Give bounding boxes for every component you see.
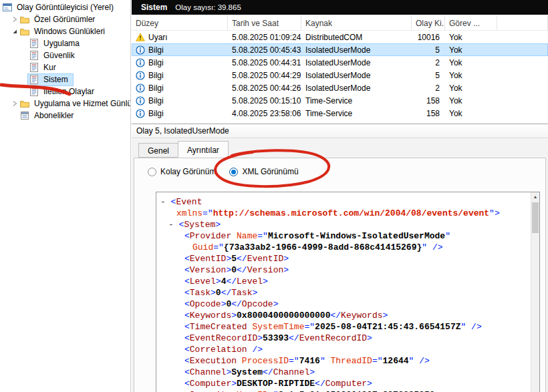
sidebar-item-label: Uygulama ve Hizmet Günlükleri (32, 98, 131, 109)
xml-line: <Channel>System</Channel> (156, 367, 531, 378)
xml-token: > (383, 311, 388, 321)
xml-token: System (184, 220, 215, 230)
xml-token: > (231, 311, 237, 321)
xml-token: < (184, 265, 190, 275)
xml-line: <Execution ProcessID="7416" ThreadID="12… (156, 355, 531, 367)
chevron-right-icon[interactable] (11, 15, 19, 23)
scrollbar-thumb[interactable] (532, 202, 539, 233)
tree-item-content: Uygulama (28, 38, 84, 49)
xml-token: > (367, 379, 372, 389)
xml-line: - <Event (156, 196, 531, 208)
sidebar-root-item[interactable]: Olay Görüntüleyicisi (Yerel) (0, 1, 130, 13)
sidebar-item-label: Kur (41, 62, 58, 73)
table-row[interactable]: Bilgi4.08.2025 23:58:06Time-Service158Yo… (132, 107, 548, 120)
info-icon (136, 58, 145, 67)
scroll-up-icon[interactable]: ▲ (531, 192, 539, 201)
sidebar-item-kur[interactable]: Kur (0, 61, 130, 73)
cell-source: IsolatedUserMode (301, 43, 412, 56)
xml-token (231, 231, 237, 241)
xml-token: System (231, 367, 263, 377)
xml-token: " (445, 231, 450, 241)
sidebar-item-uygulama[interactable]: Uygulama (0, 37, 130, 49)
sidebar-item-windows-gunlukleri[interactable]: Windows Günlükleri (0, 25, 130, 37)
tree-item-content: Sistem (28, 74, 73, 85)
xml-collapse-toggle[interactable]: - (160, 197, 171, 207)
chevron-down-icon[interactable] (11, 27, 19, 35)
column-header-gorev[interactable]: Görev ... (445, 16, 497, 30)
xml-token: Level (190, 276, 216, 286)
sidebar-item-ozel-gorunumler[interactable]: Özel Görünümler (0, 13, 130, 25)
radio-label: XML Görünümü (242, 167, 298, 176)
sidebar-item-uygulama-ve-hizmet-gunlukleri[interactable]: Uygulama ve Hizmet Günlükleri (0, 97, 130, 110)
table-row[interactable]: Uyarı5.08.2025 01:09:24DistributedCOM100… (132, 31, 548, 43)
sidebar-item-abonelikler[interactable]: Abonelikler (0, 110, 130, 122)
tab-ayrintilar[interactable]: Ayrıntılar (178, 141, 229, 158)
folder-icon (19, 26, 30, 37)
tree-item-content: Kur (28, 62, 61, 73)
xml-line: xmlns="http://schemas.microsoft.com/win/… (156, 208, 531, 219)
xml-token: " (320, 356, 331, 366)
cell-source: Time-Service (301, 94, 412, 107)
xml-token: EventID (247, 254, 284, 264)
event-list: DüzeyTarih ve SaatKaynakOlay Ki...Görev … (132, 15, 548, 124)
details-title-bar: Olay 5, IsolatedUserMode (132, 124, 548, 138)
cell-level: Bilgi (132, 94, 228, 107)
cell-datetime: 5.08.2025 00:44:26 (228, 81, 301, 94)
log-icon (29, 74, 39, 85)
sidebar-item-guvenlik[interactable]: Güvenlik (0, 49, 130, 61)
table-row[interactable]: Bilgi5.08.2025 00:44:31IsolatedUserMode2… (132, 56, 548, 69)
xml-line: <Keywords>0x8000400000000000</Keywords> (156, 310, 531, 321)
sidebar-item-iletilen-olaylar[interactable]: İletilen Olaylar (0, 85, 130, 97)
table-row[interactable]: Bilgi5.08.2025 00:15:10Time-Service158Yo… (132, 94, 548, 107)
column-header-olay-ki[interactable]: Olay Ki... (412, 16, 445, 30)
table-row[interactable]: Bilgi5.08.2025 00:45:43IsolatedUserMode5… (132, 43, 548, 56)
xml-token: Execution (190, 356, 237, 366)
radio-label: Kolay Görünüm (160, 167, 216, 176)
column-header-tarih-ve-saat[interactable]: Tarih ve Saat (228, 16, 301, 30)
xml-line: <Task>0</Task> (156, 287, 531, 299)
xml-token: </ (231, 299, 242, 309)
xml-line: <Computer>DESKTOP-RIPTIDE</Computer> (156, 378, 531, 389)
xml-token: EventRecordID (190, 333, 257, 343)
table-row[interactable]: Bilgi5.08.2025 00:44:29IsolatedUserMode5… (132, 69, 548, 81)
cell-event-id: 5 (412, 43, 445, 56)
details-tabs: GenelAyrıntılar (138, 143, 228, 160)
table-row[interactable]: Bilgi5.08.2025 00:44:26IsolatedUserMode2… (132, 81, 548, 94)
xml-token: > (257, 333, 263, 343)
radio-xml-gorunumu[interactable]: XML Görünümü (229, 167, 298, 176)
xml-token: EventRecordID (299, 333, 367, 343)
xml-token: < (184, 322, 190, 332)
radio-selected-icon[interactable] (229, 168, 238, 176)
xml-token: ThreadID (331, 356, 372, 366)
xml-token: ProcessID (242, 356, 289, 366)
xml-token: Opcode (190, 299, 221, 309)
chevron-right-icon[interactable] (11, 100, 19, 108)
xml-collapse-toggle[interactable]: - (168, 220, 179, 230)
cell-event-id: 158 (412, 94, 445, 107)
level-label: Bilgi (148, 109, 164, 118)
cell-level: Uyarı (132, 31, 228, 43)
sidebar-item-sistem[interactable]: Sistem (0, 73, 130, 85)
column-header-duzey[interactable]: Düzey (132, 16, 228, 30)
xml-token: </ (263, 367, 273, 377)
tab-genel[interactable]: Genel (138, 143, 178, 158)
xml-token: =" (213, 242, 224, 252)
radio-unselected-icon[interactable] (148, 168, 156, 176)
cell-datetime: 4.08.2025 23:58:06 (228, 107, 301, 120)
level-label: Bilgi (148, 71, 164, 80)
xml-line: <EventID>5</EventID> (156, 253, 531, 264)
chevron-spacer (20, 39, 28, 47)
xml-token (237, 356, 242, 366)
event-viewer-icon (2, 2, 13, 13)
xml-token: Event (176, 197, 202, 207)
column-header-kaynak[interactable]: Kaynak (301, 16, 412, 30)
xml-token: =" (202, 208, 213, 218)
main-pane: Sistem Olay sayısı: 39.865 DüzeyTarih ve… (132, 0, 548, 392)
xml-token: 12644 (383, 356, 409, 366)
xml-token: /> (247, 345, 263, 355)
table-body: Uyarı5.08.2025 01:09:24DistributedCOM100… (132, 31, 548, 124)
info-icon (136, 83, 145, 93)
xml-scrollbar[interactable]: ▲ (531, 192, 539, 392)
level-label: Bilgi (148, 83, 164, 93)
radio-kolay-gorunum[interactable]: Kolay Görünüm (148, 167, 216, 176)
